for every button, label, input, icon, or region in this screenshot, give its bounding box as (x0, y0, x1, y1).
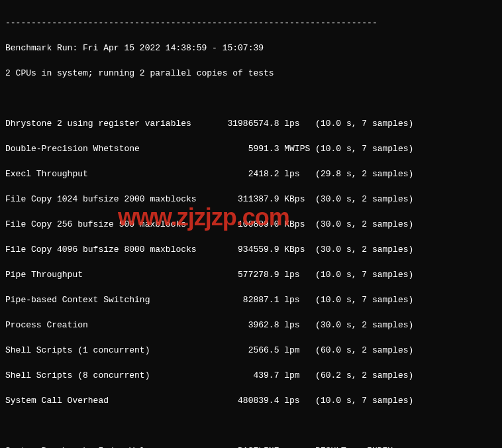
divider-line: ----------------------------------------… (5, 17, 497, 29)
raw-result-line: Shell Scripts (8 concurrent) 439.7 lpm (… (5, 369, 497, 382)
raw-result-line: File Copy 256 bufsize 500 maxblocks 1008… (5, 218, 497, 231)
blank-line (5, 92, 497, 105)
raw-result-line: File Copy 4096 bufsize 8000 maxblocks 93… (5, 243, 497, 256)
cpu-info-line: 2 CPUs in system; running 2 parallel cop… (5, 67, 497, 80)
benchmark-run-line: Benchmark Run: Fri Apr 15 2022 14:38:59 … (5, 42, 497, 54)
raw-result-line: Double-Precision Whetstone 5991.3 MWIPS … (5, 142, 497, 155)
index-header-line: System Benchmarks Index Values BASELINE … (5, 445, 497, 448)
raw-result-line: Execl Throughput 2418.2 lps (29.8 s, 2 s… (5, 168, 497, 180)
raw-result-line: Dhrystone 2 using register variables 319… (5, 117, 497, 130)
raw-result-line: Pipe-based Context Switching 82887.1 lps… (5, 294, 497, 306)
terminal-output: ----------------------------------------… (5, 4, 497, 448)
raw-result-line: Pipe Throughput 577278.9 lps (10.0 s, 7 … (5, 268, 497, 281)
raw-result-line: Process Creation 3962.8 lps (30.0 s, 2 s… (5, 319, 497, 331)
raw-result-line: Shell Scripts (1 concurrent) 2566.5 lpm … (5, 344, 497, 357)
raw-result-line: File Copy 1024 bufsize 2000 maxblocks 31… (5, 193, 497, 205)
blank-line (5, 420, 497, 432)
raw-result-line: System Call Overhead 480839.4 lps (10.0 … (5, 394, 497, 407)
